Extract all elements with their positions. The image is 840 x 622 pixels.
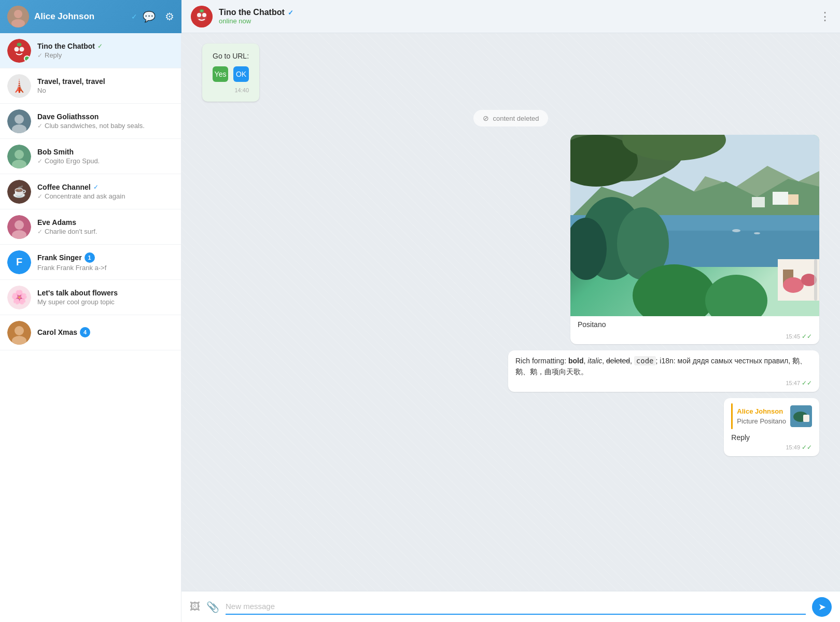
bob-chat-name: Bob Smith: [37, 148, 74, 156]
sidebar-item-frank[interactable]: F Frank Singer 1 Frank Frank Frank a->f: [0, 245, 181, 280]
format-text: Rich formatting: bold, italic, deleted, …: [515, 356, 812, 377]
ok-button[interactable]: OK: [233, 66, 249, 82]
reply-bubble: Alice Johnson Picture Positano Reply: [724, 398, 819, 456]
sidebar: Tino the Chatbot ✓ ✓ Reply 🗼 Travel, tra…: [0, 33, 181, 622]
svg-point-22: [15, 220, 24, 230]
sidebar-item-dave[interactable]: Dave Goliathsson ✓ Club sandwiches, not …: [0, 104, 181, 139]
chat-area: Go to URL: Yes OK 14:40 ⊘ content delete…: [181, 33, 840, 622]
frank-chat-header: Frank Singer 1: [37, 252, 174, 263]
more-options-icon[interactable]: ⋮: [819, 10, 831, 23]
input-area: 🖼 📎 ➤: [181, 591, 840, 622]
carol-badge: 4: [80, 327, 90, 337]
coffee-avatar: ☕: [7, 180, 31, 204]
goto-url-time: 14:40: [213, 87, 249, 93]
svg-rect-52: [803, 415, 809, 422]
messages-icon[interactable]: 💬: [143, 10, 156, 23]
online-indicator: [24, 55, 30, 62]
frank-chat-content: Frank Singer 1 Frank Frank Frank a->f: [37, 252, 174, 272]
content-deleted-message: ⊘ content deleted: [473, 110, 549, 126]
chat-header: Tino the Chatbot ✓ online now ⋮: [181, 0, 840, 33]
svg-rect-38: [788, 194, 799, 205]
bob-chat-content: Bob Smith ✓ Cogito Ergo Spud.: [37, 148, 174, 165]
tino-verified: ✓: [97, 43, 103, 50]
carol-avatar: [7, 321, 31, 345]
reply-check-icon: ✓✓: [802, 444, 812, 451]
photo-time: 15:45 ✓✓: [570, 333, 819, 344]
coffee-chat-preview: ✓ Concentrate and ask again: [37, 192, 174, 200]
sidebar-item-tino[interactable]: Tino the Chatbot ✓ ✓ Reply: [0, 33, 181, 68]
format-bubble: Rich formatting: bold, italic, deleted, …: [508, 350, 819, 392]
bob-avatar: [7, 145, 31, 168]
bob-chat-header: Bob Smith: [37, 148, 174, 156]
eve-chat-content: Eve Adams ✓ Charlie don't surf.: [37, 218, 174, 235]
sidebar-item-coffee[interactable]: ☕ Coffee Channel ✓ ✓ Concentrate and ask…: [0, 174, 181, 209]
dave-chat-preview: ✓ Club sandwiches, not baby seals.: [37, 122, 174, 130]
chatbot-info: Tino the Chatbot ✓ online now: [219, 8, 819, 25]
coffee-chat-content: Coffee Channel ✓ ✓ Concentrate and ask a…: [37, 183, 174, 200]
flowers-chat-content: Let's talk about flowers My super cool g…: [37, 289, 174, 306]
svg-rect-39: [752, 197, 765, 207]
svg-point-33: [754, 232, 760, 234]
reply-content: Alice Johnson Picture Positano: [737, 407, 786, 425]
sidebar-item-travel[interactable]: 🗼 Travel, travel, travel No: [0, 68, 181, 104]
frank-badge: 1: [85, 252, 95, 263]
svg-text:☕: ☕: [12, 185, 27, 199]
carol-chat-header: Carol Xmas 4: [37, 327, 174, 337]
dave-avatar: [7, 109, 31, 133]
travel-chat-header: Travel, travel, travel: [37, 77, 174, 86]
svg-point-10: [15, 47, 19, 51]
format-time: 15:47 ✓✓: [515, 379, 812, 387]
reply-bar-indicator: [731, 403, 733, 429]
tino-avatar: [7, 39, 31, 63]
settings-icon[interactable]: ⚙: [165, 10, 174, 23]
sidebar-item-bob[interactable]: Bob Smith ✓ Cogito Ergo Spud.: [0, 139, 181, 174]
bob-chat-preview: ✓ Cogito Ergo Spud.: [37, 157, 174, 165]
frank-avatar: F: [7, 250, 31, 274]
goto-url-buttons: Yes OK: [213, 66, 249, 82]
chatbot-verified-icon: ✓: [288, 9, 293, 17]
photo-attach-icon[interactable]: 🖼: [190, 601, 200, 613]
carol-chat-content: Carol Xmas 4: [37, 327, 174, 338]
svg-point-1: [14, 10, 22, 18]
eve-avatar: [7, 215, 31, 239]
goto-url-title: Go to URL:: [213, 52, 249, 60]
svg-point-11: [20, 47, 24, 51]
svg-point-25: [15, 326, 24, 335]
reply-preview-text: Picture Positano: [737, 417, 786, 425]
user-name-label: Alice Johnson: [34, 11, 126, 22]
sidebar-item-flowers[interactable]: 🌸 Let's talk about flowers My super cool…: [0, 280, 181, 315]
coffee-chat-name: Coffee Channel: [37, 183, 91, 191]
send-button[interactable]: ➤: [812, 597, 832, 617]
deleted-text: content deleted: [493, 115, 539, 122]
tino-chat-header: Tino the Chatbot ✓: [37, 42, 174, 50]
message-input[interactable]: [226, 599, 806, 615]
photo-message: Positano 15:45 ✓✓: [202, 135, 819, 344]
coffee-verified-icon: ✓: [93, 183, 99, 191]
dave-chat-content: Dave Goliathsson ✓ Club sandwiches, not …: [37, 112, 174, 130]
top-bar: Alice Johnson ✓ 💬 ⚙ Tino the Chatbot ✓: [0, 0, 840, 33]
svg-point-43: [705, 275, 767, 316]
eve-chat-preview: ✓ Charlie don't surf.: [37, 228, 174, 235]
svg-point-44: [783, 277, 804, 293]
send-icon: ➤: [818, 601, 826, 613]
reply-preview-image: [790, 405, 812, 427]
tino-chat-preview: ✓ Reply: [37, 51, 174, 59]
svg-point-5: [197, 13, 201, 17]
file-attach-icon[interactable]: 📎: [206, 601, 219, 613]
flowers-avatar: 🌸: [7, 286, 31, 309]
frank-chat-name: Frank Singer: [37, 253, 82, 262]
user-avatar[interactable]: [7, 6, 29, 27]
top-bar-actions: 💬 ⚙: [143, 10, 174, 23]
reply-sender-name: Alice Johnson: [737, 407, 786, 415]
travel-chat-name: Travel, travel, travel: [37, 77, 105, 86]
reply-message: Alice Johnson Picture Positano Reply: [202, 398, 819, 456]
top-bar-left: Alice Johnson ✓ 💬 ⚙: [0, 0, 181, 33]
svg-point-2: [11, 19, 25, 27]
sidebar-item-eve[interactable]: Eve Adams ✓ Charlie don't surf.: [0, 209, 181, 245]
verified-icon: ✓: [131, 12, 137, 21]
dave-chat-name: Dave Goliathsson: [37, 112, 99, 121]
frank-chat-preview: Frank Frank Frank a->f: [37, 264, 174, 272]
yes-button[interactable]: Yes: [213, 66, 228, 82]
travel-chat-preview: No: [37, 87, 174, 94]
sidebar-item-carol[interactable]: Carol Xmas 4: [0, 315, 181, 350]
